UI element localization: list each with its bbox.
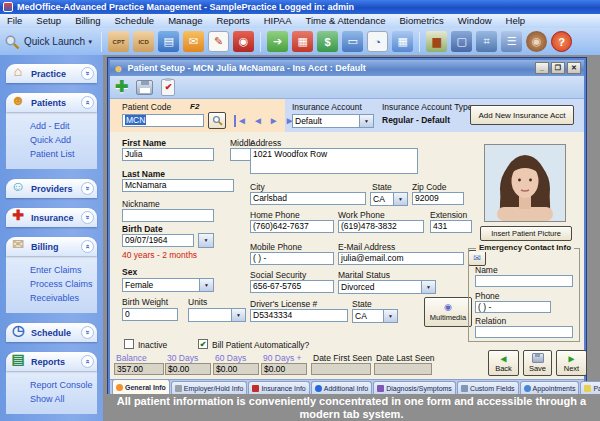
home-phone-field[interactable]: (760)642-7637 — [250, 220, 334, 233]
add-insurance-button[interactable]: Add New Insurance Acct — [470, 105, 574, 125]
first-name-field[interactable]: Julia — [122, 148, 214, 161]
sidebar-item-patient-list[interactable]: Patient List — [30, 149, 97, 159]
add-patient-icon[interactable]: ✚ — [115, 79, 128, 95]
sidebar-header-schedule[interactable]: ◷ Schedule » — [6, 323, 97, 342]
referrals-icon[interactable]: ➔ — [267, 31, 288, 52]
transport-icon[interactable]: ▭ — [342, 31, 363, 52]
last-name-field[interactable]: McNamara — [122, 179, 234, 192]
sex-select[interactable]: Female — [122, 278, 214, 292]
city-field[interactable]: Carlsbad — [250, 192, 366, 205]
biometrics-fingerprint-icon[interactable]: ◉ — [526, 31, 547, 52]
sidebar-header-reports[interactable]: ▤ Reports » — [6, 352, 97, 371]
menu-time-attendance[interactable]: Time & Attendance — [299, 14, 393, 28]
sidebar-header-practice[interactable]: ⌂ Practice » — [6, 64, 97, 83]
birth-date-field[interactable]: 09/07/1964 — [122, 234, 194, 247]
sidebar-item-quick-add[interactable]: Quick Add — [30, 135, 97, 145]
sidebar-header-providers[interactable]: ☺ Providers » — [6, 179, 97, 198]
menu-schedule[interactable]: Schedule — [108, 14, 162, 28]
birth-weight-field[interactable]: 0 — [122, 308, 178, 321]
dl-state-select[interactable]: CA — [352, 309, 398, 323]
drivers-license-field[interactable]: D5343334 — [250, 309, 348, 322]
insert-picture-button[interactable]: Insert Patient Picture — [480, 226, 572, 241]
first-record-icon[interactable]: ◄ — [234, 115, 247, 127]
workstation-icon[interactable]: ▢ — [451, 31, 472, 52]
multimedia-button[interactable]: ◉ Multimedia — [424, 297, 472, 327]
emergency-name-field[interactable] — [475, 275, 573, 287]
nickname-field[interactable] — [122, 209, 214, 222]
back-button[interactable]: ◄ Back — [488, 350, 519, 376]
menu-help[interactable]: Help — [499, 14, 533, 28]
tab-additional-info[interactable]: Additional Info — [311, 381, 372, 394]
birth-date-dropdown-icon[interactable]: ▼ — [198, 233, 214, 248]
chevron-down-icon[interactable]: » — [81, 67, 94, 80]
sidebar-header-insurance[interactable]: ✚ Insurance » — [6, 208, 97, 227]
chevron-up-icon[interactable]: » — [81, 240, 94, 253]
email-field[interactable]: julia@email.com — [338, 252, 464, 265]
close-icon[interactable]: ✕ — [567, 62, 581, 74]
marital-status-select[interactable]: Divorced — [338, 280, 436, 294]
bill-automatically-checkbox[interactable]: ✔ — [198, 339, 208, 349]
previous-record-icon[interactable]: ◄ — [253, 115, 263, 127]
restore-icon[interactable]: ❐ — [551, 62, 565, 74]
icd-codes-icon[interactable]: ICD — [133, 31, 154, 52]
chevron-down-icon[interactable]: » — [81, 326, 94, 339]
patient-notes-icon[interactable]: ✎ — [208, 31, 229, 52]
state-select[interactable]: CA — [370, 192, 408, 206]
mobile-phone-field[interactable]: ( ) - — [250, 252, 334, 265]
quick-launch-dropdown-icon[interactable]: ▼ — [87, 39, 93, 45]
calendar-icon[interactable]: ▦ — [392, 31, 413, 52]
cpt-codes-icon[interactable]: CPT — [108, 31, 129, 52]
menu-window[interactable]: Window — [451, 14, 499, 28]
menu-setup[interactable]: Setup — [29, 14, 68, 28]
billing-calculator-icon[interactable]: ▦ — [292, 31, 313, 52]
extension-field[interactable]: 431 — [430, 220, 472, 233]
menu-hipaa[interactable]: HIPAA — [257, 14, 299, 28]
emergency-phone-field[interactable]: ( ) - — [475, 301, 551, 313]
charts-icon[interactable]: ▆ — [426, 31, 447, 52]
menu-billing[interactable]: Billing — [68, 14, 107, 28]
menu-manage[interactable]: Manage — [161, 14, 209, 28]
minimize-icon[interactable]: _ — [535, 62, 549, 74]
tab-patient-notes[interactable]: Patient Notes — [580, 381, 600, 394]
address-field[interactable]: 1021 Woodfox Row — [250, 148, 418, 174]
inactive-checkbox[interactable] — [124, 339, 134, 349]
chevron-down-icon[interactable]: » — [81, 211, 94, 224]
sidebar-item-report-console[interactable]: Report Console — [30, 380, 97, 390]
sidebar-item-enter-claims[interactable]: Enter Claims — [30, 265, 97, 275]
sidebar-item-show-all[interactable]: Show All — [30, 394, 97, 404]
next-record-icon[interactable]: ► — [269, 115, 279, 127]
verify-icon[interactable]: ✔ — [161, 79, 175, 96]
messages-icon[interactable]: ✉ — [183, 31, 204, 52]
units-select[interactable] — [188, 308, 246, 322]
patient-record-icon[interactable]: ▤ — [158, 31, 179, 52]
next-button[interactable]: ► Next — [556, 350, 587, 376]
emergency-relation-field[interactable] — [475, 326, 573, 338]
sidebar-header-billing[interactable]: ✉ Billing » — [6, 237, 97, 256]
save-icon[interactable] — [136, 80, 153, 95]
sidebar-item-receivables[interactable]: Receivables — [30, 293, 97, 303]
tab-appointments[interactable]: Appointments — [520, 381, 580, 394]
quick-launch-label[interactable]: Quick Launch — [24, 36, 85, 47]
menu-reports[interactable]: Reports — [209, 14, 256, 28]
chevron-up-icon[interactable]: » — [81, 96, 94, 109]
tab-insurance-info[interactable]: Insurance Info — [248, 381, 309, 394]
tab-general-info[interactable]: General Info — [112, 379, 170, 394]
window-titlebar[interactable]: ☻ Patient Setup - MCN Julia McNamara - I… — [110, 60, 584, 76]
save-button[interactable]: Save — [523, 350, 552, 376]
tab-custom-fields[interactable]: Custom Fields — [457, 381, 519, 394]
search-icon[interactable] — [4, 34, 20, 50]
zip-code-field[interactable]: 92009 — [412, 192, 464, 205]
camera-icon[interactable]: ◉ — [233, 31, 254, 52]
work-phone-field[interactable]: (619)478-3832 — [338, 220, 424, 233]
chevron-down-icon[interactable]: » — [81, 182, 94, 195]
tab-diagnosis-symptoms[interactable]: Diagnosis/Symptoms — [373, 381, 456, 394]
menu-biometrics[interactable]: Biometrics — [392, 14, 450, 28]
help-icon[interactable]: ? — [551, 31, 572, 52]
network-users-icon[interactable]: ⌗ — [476, 31, 497, 52]
time-attendance-icon[interactable]: ☰ — [501, 31, 522, 52]
ssn-field[interactable]: 656-67-5765 — [250, 280, 334, 293]
sidebar-header-patients[interactable]: ☻ Patients » — [6, 93, 97, 112]
sidebar-item-process-claims[interactable]: Process Claims — [30, 279, 97, 289]
patient-search-button[interactable] — [208, 112, 226, 129]
reports-clock-icon[interactable]: ◔ — [367, 31, 388, 52]
